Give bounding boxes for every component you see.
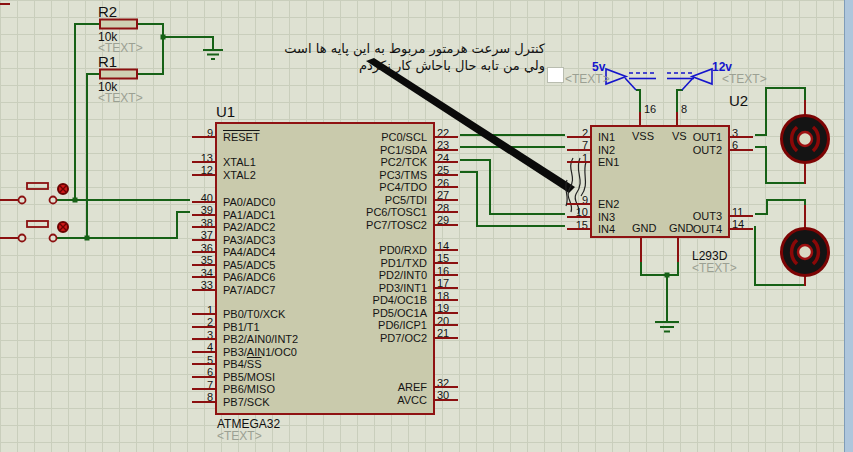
- pin-stub: [433, 161, 458, 163]
- pin-stub: [192, 174, 217, 176]
- pin-stub: [192, 251, 217, 253]
- button-actuator-icon[interactable]: [58, 222, 68, 232]
- pin-row: 7 IN2: [592, 144, 662, 157]
- annotation-line-1: كنترل سرعت هرمتور مربوط به اين پايه ها ا…: [250, 40, 545, 57]
- motor-1[interactable]: [782, 116, 829, 163]
- power-flag-5v[interactable]: [606, 69, 656, 90]
- pin-stub: [567, 136, 592, 138]
- pin-label: PC0/SCL: [303, 131, 433, 144]
- pin-row: 28 PC6/TOSC1: [303, 206, 433, 219]
- pin-label: PD4/OC1B: [303, 294, 433, 307]
- pin-stub: [433, 287, 458, 289]
- pin-label: PD0/RXD: [303, 244, 433, 257]
- u1-pin-group: 32 AREF 30 AVCC: [303, 381, 433, 406]
- u2-pin-group: 3 OUT1 6 OUT2: [658, 131, 728, 156]
- pin-row: 29 PC7/TOSC2: [303, 219, 433, 232]
- pin-label: PD5/OC1A: [303, 307, 433, 320]
- pin-label: IN2: [592, 144, 662, 157]
- pin-stub: [433, 337, 458, 339]
- pin-row: 11 OUT3: [658, 210, 728, 223]
- pin-label: OUT3: [658, 210, 728, 223]
- pin-stub: [567, 161, 592, 163]
- pin-stub: [433, 224, 458, 226]
- schematic-canvas[interactable]: R2 10k <TEXT> R1 10k <TEXT> كنترل سرعت ه…: [0, 0, 853, 452]
- pin-stub: [433, 399, 458, 401]
- ground-symbol[interactable]: [203, 50, 223, 59]
- u1-pin-group: 22 PC0/SCL 23 PC1/SDA 24 PC2/TCK 25 PC3/…: [303, 131, 433, 231]
- pin-row: 15 PD1/TXD: [303, 257, 433, 270]
- pin-stub: [433, 199, 458, 201]
- pin-stub: [192, 276, 217, 278]
- pin-row: 1 EN1: [592, 156, 662, 169]
- pin-label: PB3/AIN1/OC0: [217, 346, 327, 359]
- u1-chip[interactable]: 9 RESET 13 XTAL1 12 XTAL2 40 PA0/ADC0: [215, 122, 435, 415]
- pin-stub: [192, 264, 217, 266]
- pin-stub: [192, 214, 217, 216]
- pin-row: 23 PC1/SDA: [303, 144, 433, 157]
- pin-row: 18 PD4/OC1B: [303, 294, 433, 307]
- u2-vss-label: VSS: [632, 130, 654, 142]
- resistor-r1-ref: R1: [98, 53, 117, 70]
- resistor-r1-body[interactable]: [100, 70, 137, 79]
- annotation-text[interactable]: كنترل سرعت هرمتور مربوط به اين پايه ها ا…: [250, 40, 545, 74]
- pin-row: 21 PD7/OC2: [303, 332, 433, 345]
- pin-label: OUT1: [658, 131, 728, 144]
- pin-stub: [433, 299, 458, 301]
- pin-row: 22 PC0/SCL: [303, 131, 433, 144]
- pin-row: 26 PC4/TDO: [303, 181, 433, 194]
- button-actuator-icon[interactable]: [58, 184, 68, 194]
- resistor-r2-body[interactable]: [100, 20, 137, 29]
- pin-stub: [433, 174, 458, 176]
- pin-row: 27 PC5/TDI: [303, 194, 433, 207]
- pin-stub: [192, 239, 217, 241]
- pin-row: 19 PD5/OC1A: [303, 307, 433, 320]
- pin-row: 9 EN2: [592, 198, 662, 211]
- u2-chip[interactable]: 2 IN1 7 IN2 1 EN1 9 EN2 10 IN3: [590, 125, 730, 238]
- pin-label: PD6/ICP1: [303, 319, 433, 332]
- u2-gnd-label: GND: [669, 222, 693, 234]
- pin-stub: [192, 226, 217, 228]
- pin-stub: [192, 401, 217, 403]
- pin-label: OUT2: [658, 144, 728, 157]
- pin-stub: [192, 351, 217, 353]
- pin-row: 17 PD3/INT1: [303, 282, 433, 295]
- pin-stub: [192, 388, 217, 390]
- pin-row: 30 AVCC: [303, 394, 433, 407]
- pin-stub: [192, 326, 217, 328]
- pin-row: 3 OUT1: [658, 131, 728, 144]
- pin-stub: [567, 228, 592, 230]
- pin-stub: [192, 201, 217, 203]
- pin-label: EN2: [592, 198, 662, 211]
- vertical-scrollbar[interactable]: [844, 0, 853, 452]
- u2-pin8-number: 8: [681, 103, 687, 115]
- power-flag-12v[interactable]: [667, 69, 712, 90]
- pin-stub: [728, 215, 753, 217]
- pin-stub: [728, 149, 753, 151]
- pin-stub: [192, 338, 217, 340]
- u2-vs-label: VS: [672, 130, 687, 142]
- pin-label: PD1/TXD: [303, 257, 433, 270]
- pin-stub: [192, 161, 217, 163]
- pin-stub: [433, 274, 458, 276]
- pin-row: 20 PD6/ICP1: [303, 319, 433, 332]
- pin-stub: [433, 149, 458, 151]
- pin-row: 14 PD0/RXD: [303, 244, 433, 257]
- motor-2[interactable]: [782, 229, 829, 276]
- pin-label: PC7/TOSC2: [303, 219, 433, 232]
- pin-stub: [567, 216, 592, 218]
- pin-label: EN1: [592, 156, 662, 169]
- u1-refdes: U1: [216, 103, 235, 120]
- pin-stub: [433, 136, 458, 138]
- pin-label: AREF: [303, 381, 433, 394]
- pin-label: AVCC: [303, 394, 433, 407]
- pin-stub: [728, 228, 753, 230]
- pin-label: PC1/SDA: [303, 144, 433, 157]
- pin-row: 24 PC2/TCK: [303, 156, 433, 169]
- u2-refdes: U2: [729, 92, 748, 109]
- pin-label: PD3/INT1: [303, 282, 433, 295]
- pin-label: PD2/INT0: [303, 269, 433, 282]
- white-marker-box: [547, 67, 564, 83]
- ground-symbol[interactable]: [655, 322, 679, 332]
- u1-pin-group: 14 PD0/RXD 15 PD1/TXD 16 PD2/INT0 17 PD3…: [303, 244, 433, 344]
- pin-stub: [192, 363, 217, 365]
